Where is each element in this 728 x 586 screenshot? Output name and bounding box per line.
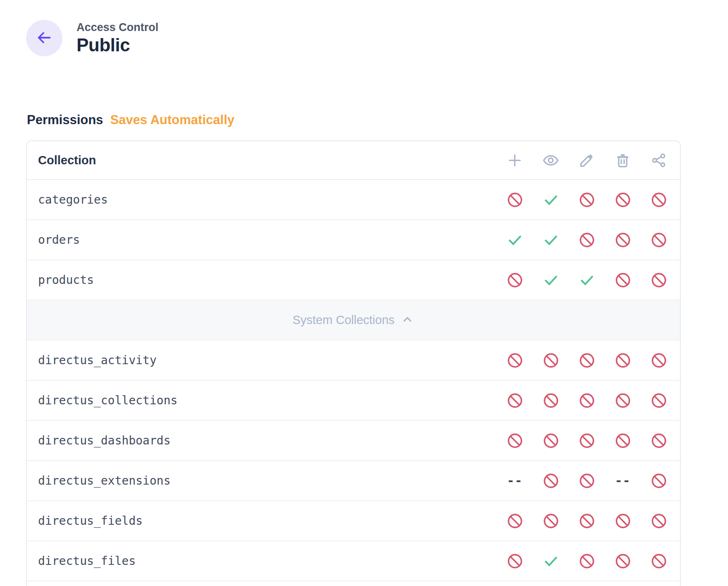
block-icon-read[interactable] bbox=[533, 392, 569, 409]
block-icon-update[interactable] bbox=[569, 191, 605, 209]
table-row: directus_dashboards bbox=[27, 421, 680, 461]
collection-name: directus_activity bbox=[38, 353, 497, 367]
block-icon-share[interactable] bbox=[641, 392, 677, 409]
block-icon-share[interactable] bbox=[641, 271, 677, 289]
block-icon-create[interactable] bbox=[497, 392, 533, 409]
eye-icon bbox=[533, 152, 569, 169]
block-icon-share[interactable] bbox=[641, 191, 677, 209]
share-icon bbox=[641, 152, 677, 169]
permission-dash-delete: -- bbox=[605, 473, 641, 488]
block-icon-create[interactable] bbox=[497, 271, 533, 289]
table-row: categories bbox=[27, 180, 680, 220]
block-icon-delete[interactable] bbox=[605, 552, 641, 570]
check-icon-create[interactable] bbox=[497, 232, 533, 248]
block-icon-delete[interactable] bbox=[605, 392, 641, 409]
block-icon-delete[interactable] bbox=[605, 191, 641, 209]
table-row: directus_activity bbox=[27, 341, 680, 381]
block-icon-delete[interactable] bbox=[605, 271, 641, 289]
system-collections-toggle[interactable]: System Collections bbox=[27, 300, 680, 341]
permissions-section-header: Permissions Saves Automatically bbox=[27, 113, 235, 127]
block-icon-update[interactable] bbox=[569, 472, 605, 490]
block-icon-read[interactable] bbox=[533, 512, 569, 530]
page-header: Access Control Public bbox=[26, 20, 158, 56]
block-icon-update[interactable] bbox=[569, 352, 605, 369]
block-icon-create[interactable] bbox=[497, 191, 533, 209]
block-icon-delete[interactable] bbox=[605, 432, 641, 449]
pencil-icon bbox=[569, 152, 605, 169]
saves-automatically-badge: Saves Automatically bbox=[110, 113, 234, 127]
collection-name: directus_collections bbox=[38, 394, 497, 407]
block-icon-share[interactable] bbox=[641, 231, 677, 249]
table-row: directus_files bbox=[27, 541, 680, 581]
collection-name: directus_files bbox=[38, 554, 497, 568]
collection-name: directus_dashboards bbox=[38, 434, 497, 447]
check-icon-read[interactable] bbox=[533, 192, 569, 208]
table-row: directus_fields bbox=[27, 501, 680, 541]
table-row: directus_extensions ---- bbox=[27, 461, 680, 501]
breadcrumb: Access Control bbox=[77, 21, 158, 34]
block-icon-create[interactable] bbox=[497, 512, 533, 530]
collection-column-header: Collection bbox=[38, 154, 497, 167]
back-button[interactable] bbox=[26, 20, 62, 56]
system-collections-label: System Collections bbox=[292, 313, 395, 327]
block-icon-delete[interactable] bbox=[605, 512, 641, 530]
permissions-label: Permissions bbox=[27, 113, 103, 127]
block-icon-update[interactable] bbox=[569, 512, 605, 530]
block-icon-read[interactable] bbox=[533, 352, 569, 369]
block-icon-update[interactable] bbox=[569, 432, 605, 449]
permissions-table: Collection bbox=[26, 140, 681, 586]
title-block: Access Control Public bbox=[77, 21, 158, 56]
collection-name: categories bbox=[38, 193, 497, 207]
block-icon-delete[interactable] bbox=[605, 231, 641, 249]
block-icon-update[interactable] bbox=[569, 552, 605, 570]
trash-icon bbox=[605, 152, 641, 169]
table-row: products bbox=[27, 260, 680, 300]
block-icon-update[interactable] bbox=[569, 392, 605, 409]
collection-name: directus_fields bbox=[38, 514, 497, 528]
block-icon-create[interactable] bbox=[497, 352, 533, 369]
table-row: orders bbox=[27, 220, 680, 260]
collection-name: directus_extensions bbox=[38, 474, 497, 488]
table-header-row: Collection bbox=[27, 141, 680, 180]
block-icon-read[interactable] bbox=[533, 472, 569, 490]
block-icon-share[interactable] bbox=[641, 552, 677, 570]
block-icon-share[interactable] bbox=[641, 352, 677, 369]
check-icon-update[interactable] bbox=[569, 272, 605, 288]
block-icon-share[interactable] bbox=[641, 472, 677, 490]
block-icon-delete[interactable] bbox=[605, 352, 641, 369]
block-icon-update[interactable] bbox=[569, 231, 605, 249]
arrow-left-icon bbox=[35, 28, 54, 48]
table-row: directus_collections bbox=[27, 381, 680, 421]
check-icon-read[interactable] bbox=[533, 272, 569, 288]
block-icon-share[interactable] bbox=[641, 432, 677, 449]
check-icon-read[interactable] bbox=[533, 553, 569, 569]
block-icon-read[interactable] bbox=[533, 432, 569, 449]
collection-name: orders bbox=[38, 233, 497, 247]
block-icon-create[interactable] bbox=[497, 432, 533, 449]
plus-icon bbox=[497, 152, 533, 169]
chevron-up-icon bbox=[400, 312, 414, 328]
check-icon-read[interactable] bbox=[533, 232, 569, 248]
permission-dash-create: -- bbox=[497, 473, 533, 488]
block-icon-create[interactable] bbox=[497, 552, 533, 570]
page-title: Public bbox=[77, 35, 158, 56]
collection-name: products bbox=[38, 273, 497, 287]
block-icon-share[interactable] bbox=[641, 512, 677, 530]
